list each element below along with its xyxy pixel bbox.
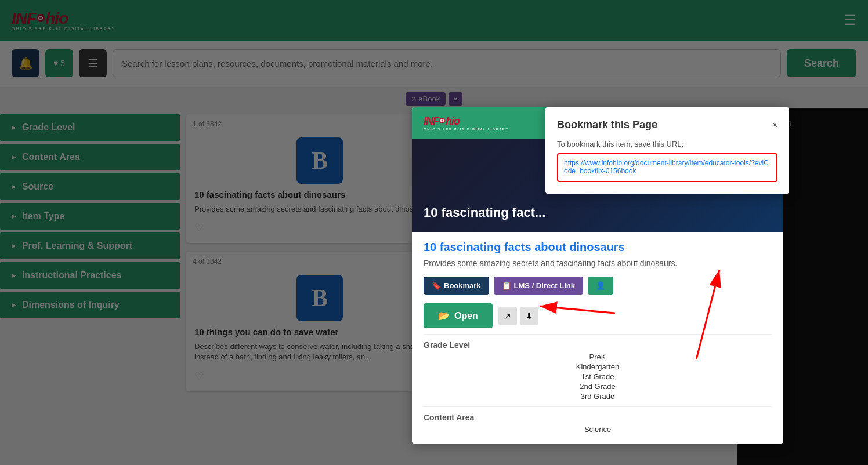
lms-button[interactable]: 📋 LMS / Direct Link	[494, 277, 583, 295]
lms-icon: 📋	[502, 281, 511, 290]
content-science: Science	[424, 425, 772, 434]
open-icon: 📂	[438, 310, 450, 321]
detail-meta-content: Content Area Science	[424, 406, 772, 434]
bookmark-popup-title: Bookmark this Page	[557, 119, 657, 131]
open-button[interactable]: 📂 Open	[424, 303, 493, 328]
detail-title: 10 fascinating facts about dinosaurs	[424, 241, 772, 254]
detail-logo: INFhio OHIO'S PRE K-12 DIGITAL LIBRARY	[424, 115, 509, 131]
grade-3rd: 3rd Grade	[424, 392, 772, 401]
bookmark-url[interactable]: https://www.infohio.org/document-library…	[557, 153, 777, 182]
lms-label: LMS / Direct Link	[514, 281, 575, 290]
bookmark-icon: 🔖	[432, 281, 441, 290]
share-button[interactable]: ↗	[498, 307, 517, 325]
detail-image-title: 10 fascinating fact...	[424, 205, 545, 220]
detail-actions: 🔖 Bookmark 📋 LMS / Direct Link 👤	[424, 277, 772, 295]
content-area-values: Science	[424, 425, 772, 434]
bookmark-button[interactable]: 🔖 Bookmark	[424, 277, 489, 295]
bookmark-popup-close[interactable]: ×	[772, 120, 777, 130]
grade-level-title: Grade Level	[424, 340, 772, 350]
detail-meta-grade: Grade Level PreK Kindergarten 1st Grade …	[424, 334, 772, 401]
bookmark-label: Bookmark	[444, 281, 481, 290]
bookmark-popup: Bookmark this Page × To bookmark this it…	[545, 107, 789, 194]
grade-kinder: Kindergarten	[424, 362, 772, 371]
bookmark-popup-label: To bookmark this item, save this URL:	[557, 140, 777, 148]
grade-2nd: 2nd Grade	[424, 382, 772, 391]
detail-content: 10 fascinating facts about dinosaurs Pro…	[412, 232, 783, 444]
share-buttons: ↗ ⬇	[498, 307, 538, 325]
content-area-title: Content Area	[424, 413, 772, 422]
detail-description: Provides some amazing secrets and fascin…	[424, 259, 772, 268]
person-button[interactable]: 👤	[588, 277, 613, 295]
grade-prek: PreK	[424, 353, 772, 361]
detail-open-row: 📂 Open ↗ ⬇	[424, 303, 772, 328]
bookmark-popup-header: Bookmark this Page ×	[557, 119, 777, 131]
grade-1st: 1st Grade	[424, 372, 772, 381]
download-button[interactable]: ⬇	[520, 307, 538, 325]
open-label: Open	[454, 311, 478, 321]
person-icon: 👤	[596, 281, 605, 290]
grade-level-values: PreK Kindergarten 1st Grade 2nd Grade 3r…	[424, 353, 772, 401]
